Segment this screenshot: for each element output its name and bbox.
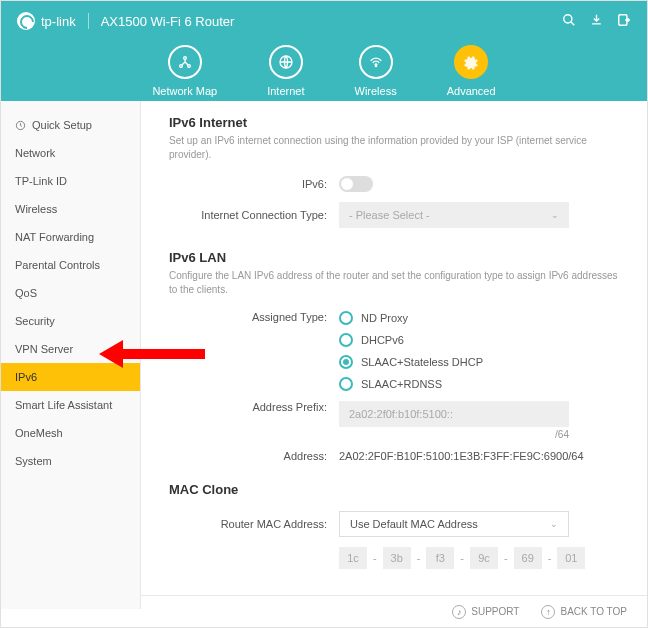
brand-logo: tp-link xyxy=(17,12,76,30)
svg-point-3 xyxy=(183,57,186,60)
support-button[interactable]: ♪SUPPORT xyxy=(452,605,519,619)
router-mac-select[interactable]: Use Default MAC Address⌄ xyxy=(339,511,569,537)
search-icon[interactable] xyxy=(562,13,576,30)
ipv6-lan-title: IPv6 LAN xyxy=(169,250,619,265)
globe-icon xyxy=(269,45,303,79)
headset-icon: ♪ xyxy=(452,605,466,619)
chevron-down-icon: ⌄ xyxy=(550,519,558,529)
address-value: 2A02:2F0F:B10F:5100:1E3B:F3FF:FE9C:6900/… xyxy=(339,450,619,462)
sidebar-item-wireless[interactable]: Wireless xyxy=(1,195,140,223)
radio-dhcpv6[interactable]: DHCPv6 xyxy=(339,333,619,347)
network-map-icon xyxy=(168,45,202,79)
tab-internet[interactable]: Internet xyxy=(267,45,304,97)
tab-advanced[interactable]: Advanced xyxy=(447,45,496,97)
addr-prefix-label: Address Prefix: xyxy=(169,401,339,413)
ipv6-lan-desc: Configure the LAN IPv6 address of the ro… xyxy=(169,269,619,297)
sidebar-item-network[interactable]: Network xyxy=(1,139,140,167)
tab-network-map[interactable]: Network Map xyxy=(152,45,217,97)
ipv6-internet-desc: Set up an IPv6 internet connection using… xyxy=(169,134,619,162)
addr-prefix-input[interactable] xyxy=(339,401,569,427)
back-to-top-button[interactable]: ↑BACK TO TOP xyxy=(541,605,627,619)
assigned-type-label: Assigned Type: xyxy=(169,311,339,323)
conn-type-select[interactable]: - Please Select -⌄ xyxy=(339,202,569,228)
mac-clone-title: MAC Clone xyxy=(169,482,619,497)
ipv6-toggle-label: IPv6: xyxy=(169,178,339,190)
product-name: AX1500 Wi-Fi 6 Router xyxy=(101,14,235,29)
sidebar-item-security[interactable]: Security xyxy=(1,307,140,335)
ipv6-toggle[interactable] xyxy=(339,176,373,192)
svg-point-7 xyxy=(375,65,376,66)
gear-icon xyxy=(454,45,488,79)
svg-point-0 xyxy=(564,14,572,22)
prefix-suffix: /64 xyxy=(339,429,569,440)
content-panel: IPv6 Internet Set up an IPv6 internet co… xyxy=(141,101,647,609)
sidebar-item-quick-setup[interactable]: Quick Setup xyxy=(1,111,140,139)
chevron-down-icon: ⌄ xyxy=(551,210,559,220)
conn-type-label: Internet Connection Type: xyxy=(169,209,339,221)
tab-wireless[interactable]: Wireless xyxy=(355,45,397,97)
download-icon[interactable] xyxy=(590,13,603,29)
arrow-up-icon: ↑ xyxy=(541,605,555,619)
radio-slaac-rdnss[interactable]: SLAAC+RDNSS xyxy=(339,377,619,391)
router-mac-label: Router MAC Address: xyxy=(169,518,339,530)
svg-line-1 xyxy=(571,21,575,25)
radio-slaac-stateless[interactable]: SLAAC+Stateless DHCP xyxy=(339,355,619,369)
sidebar-item-system[interactable]: System xyxy=(1,447,140,475)
sidebar-item-qos[interactable]: QoS xyxy=(1,279,140,307)
mac-octets: 1c- 3b- f3- 9c- 69- 01 xyxy=(339,547,619,569)
ipv6-internet-title: IPv6 Internet xyxy=(169,115,619,130)
sidebar-item-smart-life[interactable]: Smart Life Assistant xyxy=(1,391,140,419)
sidebar-item-onemesh[interactable]: OneMesh xyxy=(1,419,140,447)
sidebar-item-parental[interactable]: Parental Controls xyxy=(1,251,140,279)
radio-nd-proxy[interactable]: ND Proxy xyxy=(339,311,619,325)
sidebar-item-tplink-id[interactable]: TP-Link ID xyxy=(1,167,140,195)
logout-icon[interactable] xyxy=(617,13,631,30)
sidebar-item-nat[interactable]: NAT Forwarding xyxy=(1,223,140,251)
address-label: Address: xyxy=(169,450,339,462)
wifi-icon xyxy=(359,45,393,79)
